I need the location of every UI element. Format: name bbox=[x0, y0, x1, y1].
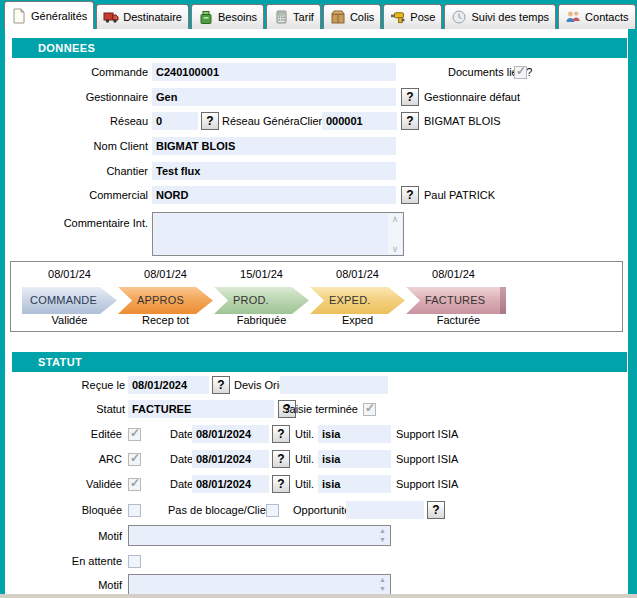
commentaire-field[interactable] bbox=[152, 212, 404, 256]
commentaire-label: Commentaire Int. bbox=[20, 214, 148, 232]
statut-field[interactable] bbox=[128, 400, 274, 418]
tab-suivi-des-temps[interactable]: Suivi des temps bbox=[444, 4, 556, 29]
tab-destinataire[interactable]: Destinataire bbox=[96, 4, 189, 29]
editee-date-help-button[interactable]: ? bbox=[272, 425, 290, 443]
editee-checkbox bbox=[128, 428, 141, 441]
scroll-down-icon[interactable]: ∨ bbox=[392, 244, 399, 254]
step-status: Exped bbox=[310, 314, 405, 326]
client-help-button[interactable]: ? bbox=[401, 112, 419, 130]
commande-field[interactable] bbox=[152, 63, 396, 81]
motif-spinner[interactable]: ▲▼ bbox=[377, 527, 388, 544]
util-name-text: Support ISIA bbox=[396, 475, 458, 493]
package-icon bbox=[330, 9, 346, 25]
reseau-general-label: Réseau GénéraClient bbox=[222, 112, 328, 130]
step-status: Facturée bbox=[411, 314, 506, 326]
saisie-terminee-label: Saisie terminée bbox=[270, 400, 358, 418]
gestionnaire-field[interactable] bbox=[152, 88, 396, 106]
clock-icon bbox=[451, 9, 467, 25]
util-label: Util. bbox=[295, 475, 314, 493]
gestionnaire-help-button[interactable]: ? bbox=[401, 88, 419, 106]
truck-icon bbox=[103, 9, 119, 25]
scroll-up-icon[interactable]: ∧ bbox=[392, 214, 399, 224]
gestionnaire-hint: Gestionnaire défaut bbox=[424, 88, 520, 106]
reseau-field[interactable] bbox=[152, 112, 198, 130]
tab-label: Généralités bbox=[31, 10, 87, 22]
workflow-arrow-prod: PROD. bbox=[214, 287, 309, 314]
arc-label: ARC bbox=[10, 450, 122, 468]
commercial-name-text: Paul PATRICK bbox=[424, 186, 495, 204]
client-field[interactable] bbox=[322, 112, 397, 130]
arrow-end-shadow bbox=[500, 287, 506, 314]
tab-label: Suivi des temps bbox=[471, 11, 549, 23]
tab-generalites[interactable]: Généralités bbox=[4, 1, 94, 29]
reseau-general-text: Réseau Généra bbox=[222, 115, 300, 127]
tab-pose[interactable]: Pose bbox=[383, 4, 442, 29]
calculator-icon bbox=[273, 9, 289, 25]
validee-date-field[interactable] bbox=[192, 475, 269, 493]
spinner-up-icon[interactable]: ▲ bbox=[379, 527, 386, 535]
date-label: Date bbox=[170, 425, 193, 443]
arc-checkbox bbox=[128, 453, 141, 466]
spinner-up-icon[interactable]: ▲ bbox=[379, 576, 386, 584]
step-status: Validée bbox=[22, 314, 117, 326]
motif2-field[interactable] bbox=[128, 574, 391, 595]
step-date: 15/01/24 bbox=[214, 268, 309, 280]
validee-date-help-button[interactable]: ? bbox=[272, 475, 290, 493]
motif-field[interactable] bbox=[128, 525, 391, 546]
en-attente-checkbox[interactable] bbox=[128, 555, 141, 568]
opportunite-field[interactable] bbox=[346, 501, 424, 519]
tab-tarif[interactable]: Tarif bbox=[266, 4, 321, 29]
step-date: 08/01/24 bbox=[310, 268, 405, 280]
gestionnaire-label: Gestionnaire bbox=[20, 88, 148, 106]
tab-contacts[interactable]: Contacts bbox=[558, 4, 635, 29]
validee-util-field[interactable] bbox=[318, 475, 391, 493]
bloquee-checkbox[interactable] bbox=[128, 504, 141, 517]
tab-label: Pose bbox=[410, 11, 435, 23]
motif2-spinner[interactable]: ▲▼ bbox=[377, 576, 388, 593]
supplies-icon bbox=[198, 9, 214, 25]
tab-label: Colis bbox=[350, 11, 374, 23]
util-name-text: Support ISIA bbox=[396, 425, 458, 443]
editee-date-field[interactable] bbox=[192, 425, 269, 443]
util-label: Util. bbox=[295, 450, 314, 468]
motif-label: Motif bbox=[10, 527, 122, 545]
date-label: Date bbox=[170, 475, 193, 493]
documents-lies-checkbox bbox=[514, 66, 527, 79]
spinner-down-icon[interactable]: ▼ bbox=[379, 585, 386, 593]
workflow-arrow-label: FACTURES bbox=[425, 294, 485, 306]
util-label: Util. bbox=[295, 425, 314, 443]
commercial-help-button[interactable]: ? bbox=[401, 186, 419, 204]
commercial-field[interactable] bbox=[152, 186, 396, 204]
pas-blocage-label: Pas de blocage/Client bbox=[168, 501, 275, 519]
opportunite-label: Opportunité bbox=[293, 501, 350, 519]
document-icon bbox=[11, 8, 27, 24]
arc-date-field[interactable] bbox=[192, 450, 269, 468]
editee-util-field[interactable] bbox=[318, 425, 391, 443]
recue-le-help-button[interactable]: ? bbox=[212, 376, 230, 394]
chantier-field[interactable] bbox=[152, 162, 396, 180]
statut-label: Statut bbox=[10, 400, 125, 418]
date-label: Date bbox=[170, 450, 193, 468]
devis-orig-field[interactable] bbox=[280, 376, 388, 394]
reseau-help-button[interactable]: ? bbox=[201, 112, 219, 130]
tab-besoins[interactable]: Besoins bbox=[191, 4, 264, 29]
nom-client-label: Nom Client bbox=[20, 137, 148, 155]
tab-label: Besoins bbox=[218, 11, 257, 23]
commentaire-scrollbar[interactable]: ∧∨ bbox=[388, 214, 402, 254]
commande-label: Commande bbox=[20, 63, 148, 81]
step-date: 08/01/24 bbox=[22, 268, 117, 280]
pas-blocage-checkbox[interactable] bbox=[266, 504, 279, 517]
step-date: 08/01/24 bbox=[118, 268, 213, 280]
opportunite-help-button[interactable]: ? bbox=[427, 501, 445, 519]
tab-label: Contacts bbox=[585, 11, 628, 23]
nom-client-field[interactable] bbox=[152, 137, 396, 155]
en-attente-label: En attente bbox=[10, 552, 122, 570]
arc-date-help-button[interactable]: ? bbox=[272, 450, 290, 468]
motif2-label: Motif bbox=[10, 576, 122, 594]
validee-label: Validée bbox=[10, 475, 122, 493]
tab-colis[interactable]: Colis bbox=[323, 4, 381, 29]
spinner-down-icon[interactable]: ▼ bbox=[379, 536, 386, 544]
arc-util-field[interactable] bbox=[318, 450, 391, 468]
recue-le-field[interactable] bbox=[128, 376, 209, 394]
step-status: Fabriquée bbox=[214, 314, 309, 326]
